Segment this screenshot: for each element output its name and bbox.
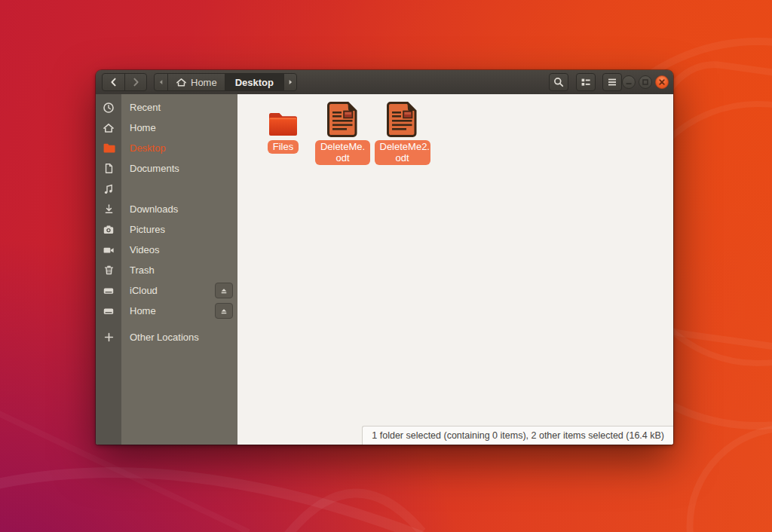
sidebar-item-label: Downloads [130, 203, 178, 215]
breadcrumb-parent-button[interactable] [155, 74, 167, 90]
file-view[interactable]: Files [237, 94, 673, 445]
camera-icon [103, 224, 115, 236]
download-arrow-icon [103, 203, 115, 215]
clock-icon [103, 102, 115, 114]
breadcrumb-home-label: Home [191, 77, 217, 88]
nav-button-group [102, 73, 147, 91]
sidebar-item-trash[interactable]: Trash [96, 260, 237, 280]
music-notes-icon [103, 183, 115, 195]
file-item-deleteme2-odt[interactable]: DeleteMe2.odt [372, 100, 432, 165]
sidebar-item-icloud[interactable]: iCloud [96, 280, 237, 301]
sidebar: Recent Home Desktop [96, 94, 237, 445]
maximize-icon [641, 78, 650, 87]
menu-button[interactable] [602, 73, 622, 91]
maximize-button[interactable] [639, 75, 652, 89]
sidebar-item-documents[interactable]: Documents [96, 158, 237, 179]
hard-drive-icon [103, 305, 115, 317]
file-label: Files [268, 140, 299, 154]
search-button[interactable] [549, 73, 568, 91]
sidebar-item-other-locations[interactable]: Other Locations [96, 327, 237, 347]
hamburger-menu-icon [606, 76, 618, 88]
breadcrumb-home[interactable]: Home [167, 74, 225, 90]
trash-can-icon [103, 264, 115, 276]
minimize-button[interactable] [622, 75, 636, 89]
forward-button[interactable] [124, 74, 146, 90]
status-text: 1 folder selected (containing 0 items), … [372, 430, 664, 441]
status-bar: 1 folder selected (containing 0 items), … [362, 426, 673, 445]
sidebar-item-label: Pictures [130, 224, 165, 235]
home-icon [176, 77, 187, 88]
breadcrumb-desktop[interactable]: Desktop [225, 74, 283, 90]
sidebar-item-label: Documents [130, 163, 179, 174]
folder-icon [103, 142, 115, 154]
sidebar-item-home-drive[interactable]: Home [96, 301, 237, 321]
hard-drive-icon [103, 285, 115, 297]
triangle-left-icon [156, 77, 167, 87]
minimize-icon [624, 78, 633, 87]
titlebar[interactable]: Home Desktop [96, 70, 673, 95]
file-label: DeleteMe2.odt [375, 140, 430, 165]
sidebar-item-label: Home [130, 305, 156, 316]
folder-icon [267, 109, 300, 138]
sidebar-item-music[interactable] [96, 179, 237, 199]
breadcrumb-next-button[interactable] [283, 74, 296, 90]
document-icon [103, 163, 115, 174]
odt-document-icon [326, 101, 360, 138]
icon-view-icon [580, 76, 592, 88]
odt-document-icon [385, 101, 419, 138]
search-icon [553, 76, 565, 88]
sidebar-item-pictures[interactable]: Pictures [96, 219, 237, 240]
sidebar-item-home[interactable]: Home [96, 118, 237, 138]
eject-icon [219, 286, 228, 295]
sidebar-item-recent[interactable]: Recent [96, 97, 237, 118]
eject-button[interactable] [215, 283, 233, 298]
sidebar-item-label: Trash [130, 264, 155, 276]
sidebar-item-desktop[interactable]: Desktop [96, 138, 237, 158]
camcorder-icon [103, 244, 115, 256]
chevron-left-icon [108, 76, 120, 88]
file-label: DeleteMe.odt [315, 140, 370, 165]
file-item-deleteme-odt[interactable]: DeleteMe.odt [313, 100, 372, 165]
desktop-background: Home Desktop [0, 0, 772, 532]
file-item-files-folder[interactable]: Files [253, 100, 313, 154]
sidebar-item-downloads[interactable]: Downloads [96, 199, 237, 219]
back-button[interactable] [103, 74, 124, 90]
path-bar: Home Desktop [154, 73, 297, 91]
close-icon [657, 78, 666, 87]
breadcrumb-desktop-label: Desktop [235, 77, 274, 88]
sidebar-item-label: Home [130, 122, 156, 133]
sidebar-item-videos[interactable]: Videos [96, 240, 237, 260]
eject-icon [219, 307, 228, 316]
sidebar-item-label: iCloud [130, 285, 158, 296]
sidebar-item-label: Desktop [130, 142, 166, 154]
triangle-right-icon [285, 77, 296, 87]
view-toggle-button[interactable] [576, 73, 596, 91]
plus-icon [103, 332, 115, 343]
sidebar-item-label: Videos [130, 244, 160, 255]
house-icon [103, 122, 115, 134]
close-button[interactable] [655, 75, 669, 89]
sidebar-item-label: Recent [130, 102, 161, 113]
file-manager-window: Home Desktop [96, 70, 673, 445]
sidebar-item-label: Other Locations [130, 332, 199, 343]
chevron-right-icon [130, 76, 142, 88]
eject-button[interactable] [215, 303, 233, 319]
